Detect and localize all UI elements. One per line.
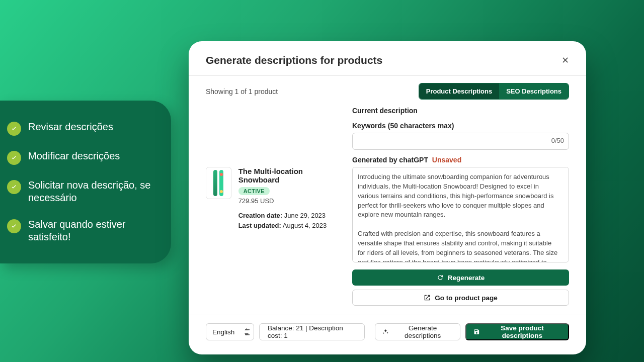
check-icon: [7, 151, 21, 165]
description-column: Current description Keywords (50 charact…: [352, 107, 569, 306]
last-updated-value: August 4, 2023: [283, 222, 327, 229]
external-link-icon: [424, 294, 431, 301]
regenerate-button[interactable]: Regenerate: [352, 269, 569, 286]
generate-descriptions-label: Generate descriptions: [392, 324, 453, 339]
showing-count: Showing 1 of 1 product: [206, 87, 278, 96]
generate-modal: Generate descriptions for products ✕ Sho…: [189, 41, 586, 354]
generated-by-label: Generated by chatGPT: [352, 156, 428, 164]
feature-item: Modificar descrições: [7, 150, 157, 165]
last-updated-label: Last updated:: [238, 222, 281, 229]
regenerate-label: Regenerate: [448, 274, 485, 282]
check-icon: [7, 180, 21, 194]
keywords-label: Keywords (50 characters max): [352, 122, 569, 130]
feature-text: Solicitar nova descrição, se necessário: [28, 179, 157, 204]
language-value: English: [212, 328, 234, 336]
generated-header: Generated by chatGPT Unsaved: [352, 156, 569, 164]
current-description-label: Current description: [352, 107, 569, 115]
feature-item: Salvar quando estiver satisfeito!: [7, 218, 157, 243]
product-price: 729.95 USD: [238, 197, 339, 205]
refresh-icon: [437, 274, 444, 281]
tabs: Product Descriptions SEO Descriptions: [419, 83, 569, 100]
creation-date-value: June 29, 2023: [284, 212, 326, 219]
modal-footer: English Balance: 21 | Description cost: …: [206, 323, 569, 340]
keywords-counter: 0/50: [551, 137, 564, 144]
status-badge: ACTIVE: [238, 187, 270, 195]
feature-panel: Revisar descrições Modificar descrições …: [0, 101, 171, 263]
modal-title: Generate descriptions for products: [206, 54, 382, 66]
feature-item: Revisar descrições: [7, 121, 157, 136]
product-column: The Multi-location Snowboard ACTIVE 729.…: [206, 107, 339, 306]
go-to-product-button[interactable]: Go to product page: [352, 290, 569, 306]
tab-seo-descriptions[interactable]: SEO Descriptions: [499, 83, 569, 99]
keywords-input[interactable]: [352, 133, 569, 150]
product-thumbnail[interactable]: [206, 167, 231, 199]
go-to-product-label: Go to product page: [435, 294, 498, 302]
product-title: The Multi-location Snowboard: [238, 167, 339, 184]
check-icon: [7, 122, 21, 136]
generate-descriptions-button[interactable]: Generate descriptions: [375, 323, 460, 340]
sparkle-icon: [382, 328, 389, 335]
save-descriptions-button[interactable]: Save product descriptions: [465, 323, 569, 340]
feature-text: Modificar descrições: [28, 150, 120, 162]
generated-text[interactable]: [352, 167, 569, 262]
creation-date-label: Creation date:: [238, 212, 282, 219]
feature-text: Revisar descrições: [28, 121, 113, 133]
unsaved-badge: Unsaved: [432, 156, 461, 164]
check-icon: [7, 219, 21, 233]
divider: [189, 75, 586, 76]
balance-display: Balance: 21 | Description cost: 1: [259, 323, 365, 340]
product-meta: Creation date: June 29, 2023 Last update…: [238, 211, 339, 230]
close-icon[interactable]: ✕: [561, 55, 569, 66]
language-select[interactable]: English: [206, 323, 254, 340]
feature-text: Salvar quando estiver satisfeito!: [28, 218, 157, 243]
save-descriptions-label: Save product descriptions: [484, 324, 561, 339]
feature-item: Solicitar nova descrição, se necessário: [7, 179, 157, 204]
divider: [189, 315, 586, 315]
tab-product-descriptions[interactable]: Product Descriptions: [419, 83, 499, 99]
save-icon: [473, 328, 480, 335]
